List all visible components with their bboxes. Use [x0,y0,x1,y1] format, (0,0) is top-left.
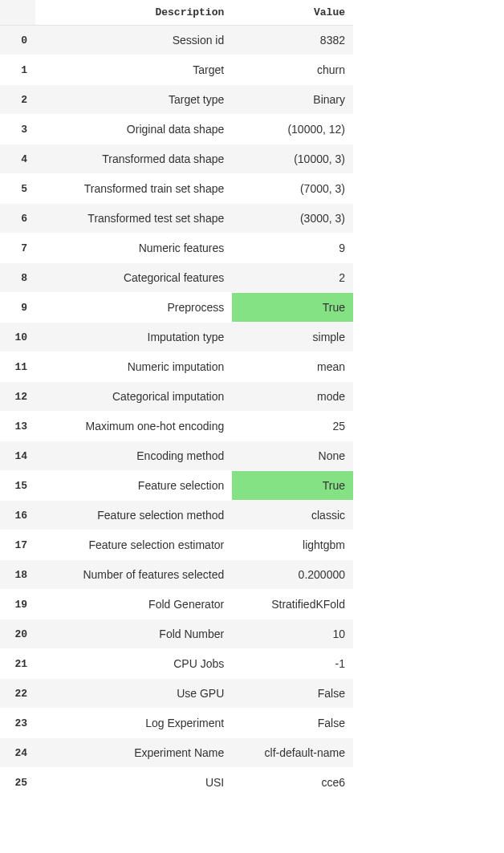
row-description: Fold Generator [35,590,232,619]
row-value: None [232,441,353,471]
row-value: (10000, 3) [232,144,353,174]
row-index: 22 [0,679,35,709]
row-description: Log Experiment [35,709,232,738]
row-index: 17 [0,530,35,560]
row-value: False [232,679,353,709]
row-description: Session id [35,26,232,55]
table-row: 25USIcce6 [0,768,353,798]
row-description: Preprocess [35,293,232,323]
row-index: 18 [0,560,35,590]
row-value: mode [232,382,353,412]
table-body: 0Session id83821Targetchurn2Target typeB… [0,26,353,798]
row-description: Numeric imputation [35,352,232,382]
table-row: 14Encoding methodNone [0,441,353,471]
row-index: 15 [0,471,35,501]
row-index: 8 [0,263,35,293]
table-row: 17Feature selection estimatorlightgbm [0,530,353,560]
row-value: False [232,709,353,738]
column-header-index [0,0,35,26]
row-index: 12 [0,382,35,412]
row-description: Categorical features [35,263,232,293]
table-row: 8Categorical features2 [0,263,353,293]
row-index: 23 [0,709,35,738]
row-description: Transformed data shape [35,144,232,174]
table-row: 9PreprocessTrue [0,293,353,323]
row-index: 14 [0,441,35,471]
table-row: 16Feature selection methodclassic [0,501,353,530]
row-value: churn [232,55,353,85]
row-value: 25 [232,412,353,441]
row-value: 8382 [232,26,353,55]
table-row: 7Numeric features9 [0,234,353,263]
table-row: 15Feature selectionTrue [0,471,353,501]
row-value: Binary [232,85,353,115]
row-description: Feature selection method [35,501,232,530]
row-description: Transformed train set shape [35,174,232,204]
table-row: 22Use GPUFalse [0,679,353,709]
row-description: Target [35,55,232,85]
table-row: 21CPU Jobs-1 [0,649,353,679]
table-row: 6Transformed test set shape(3000, 3) [0,204,353,234]
row-description: Categorical imputation [35,382,232,412]
row-description: Feature selection estimator [35,530,232,560]
row-value: simple [232,323,353,352]
row-value: 2 [232,263,353,293]
row-value: 9 [232,234,353,263]
row-value: (7000, 3) [232,174,353,204]
row-index: 2 [0,85,35,115]
column-header-description: Description [35,0,232,26]
table-row: 13Maximum one-hot encoding25 [0,412,353,441]
table-row: 2Target typeBinary [0,85,353,115]
row-description: CPU Jobs [35,649,232,679]
row-value: 10 [232,619,353,649]
table-row: 12Categorical imputationmode [0,382,353,412]
row-value: clf-default-name [232,738,353,768]
row-value: classic [232,501,353,530]
row-description: Original data shape [35,115,232,144]
row-index: 5 [0,174,35,204]
table-row: 4Transformed data shape(10000, 3) [0,144,353,174]
row-description: Fold Number [35,619,232,649]
setup-summary-table-wrapper: Description Value 0Session id83821Target… [0,0,353,798]
table-row: 1Targetchurn [0,55,353,85]
row-description: Number of features selected [35,560,232,590]
row-index: 9 [0,293,35,323]
row-description: Use GPU [35,679,232,709]
table-row: 24Experiment Nameclf-default-name [0,738,353,768]
row-description: Transformed test set shape [35,204,232,234]
row-index: 13 [0,412,35,441]
table-header: Description Value [0,0,353,26]
row-description: Maximum one-hot encoding [35,412,232,441]
row-description: USI [35,768,232,798]
row-value: -1 [232,649,353,679]
table-row: 0Session id8382 [0,26,353,55]
table-row: 10Imputation typesimple [0,323,353,352]
row-index: 7 [0,234,35,263]
table-row: 5Transformed train set shape(7000, 3) [0,174,353,204]
row-index: 6 [0,204,35,234]
row-description: Target type [35,85,232,115]
row-value: mean [232,352,353,382]
row-index: 24 [0,738,35,768]
row-description: Numeric features [35,234,232,263]
row-index: 1 [0,55,35,85]
row-index: 25 [0,768,35,798]
row-description: Feature selection [35,471,232,501]
row-index: 0 [0,26,35,55]
row-value: cce6 [232,768,353,798]
row-value: 0.200000 [232,560,353,590]
row-value: (3000, 3) [232,204,353,234]
row-description: Experiment Name [35,738,232,768]
row-index: 4 [0,144,35,174]
row-value: StratifiedKFold [232,590,353,619]
row-description: Encoding method [35,441,232,471]
row-index: 21 [0,649,35,679]
row-value: (10000, 12) [232,115,353,144]
row-description: Imputation type [35,323,232,352]
table-row: 19Fold GeneratorStratifiedKFold [0,590,353,619]
table-row: 3Original data shape(10000, 12) [0,115,353,144]
row-index: 3 [0,115,35,144]
table-row: 11Numeric imputationmean [0,352,353,382]
table-row: 18Number of features selected0.200000 [0,560,353,590]
row-index: 19 [0,590,35,619]
